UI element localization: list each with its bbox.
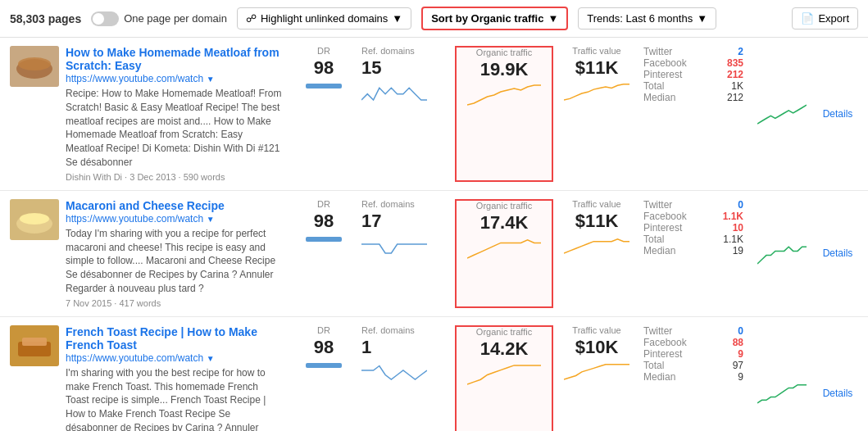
twitter-label: Twitter: [643, 325, 672, 337]
page-url[interactable]: https://www.youtube.com/watch: [66, 213, 203, 225]
page-description: Today I'm sharing with you a recipe for …: [66, 227, 283, 296]
export-label: Export: [818, 12, 849, 25]
ref-chart: [361, 79, 427, 104]
dr-value: 98: [314, 337, 334, 358]
pinterest-label: Pinterest: [643, 222, 682, 234]
organic-label: Organic traffic: [476, 201, 532, 211]
dr-value: 98: [314, 211, 334, 232]
organic-traffic-col: Organic traffic 19.9K: [455, 46, 553, 182]
ref-domains-label: Ref. domains: [361, 199, 415, 209]
traffic-value: $10K: [575, 337, 619, 358]
dr-col: DR 98: [296, 325, 352, 431]
one-page-toggle[interactable]: [91, 11, 119, 26]
social-stats-col: Twitter 2 Facebook 835 Pinterest 212 Tot…: [640, 46, 747, 182]
page-meta: 7 Nov 2015 · 417 words: [66, 298, 283, 308]
dr-bar: [306, 237, 342, 242]
details-col[interactable]: Details: [817, 199, 858, 308]
facebook-row: Facebook 835: [643, 57, 743, 69]
results-list: How to Make Homemade Meatloaf from Scrat…: [0, 38, 868, 431]
page-url[interactable]: https://www.youtube.com/watch: [66, 73, 203, 84]
total-label: Total: [643, 360, 664, 371]
page-title[interactable]: French Toast Recipe | How to Make French…: [66, 325, 257, 352]
traffic-value-label: Traffic value: [572, 325, 620, 335]
highlight-btn[interactable]: ☍ Highlight unlinked domains ▼: [237, 7, 411, 29]
pinterest-value: 10: [733, 222, 743, 234]
svg-point-5: [20, 213, 49, 225]
organic-traffic-col: Organic traffic 14.2K: [455, 325, 553, 431]
mini-chart: [467, 234, 541, 260]
traffic-value: $11K: [575, 57, 619, 79]
url-arrow-icon: ▼: [207, 75, 215, 84]
pinterest-label: Pinterest: [643, 69, 682, 80]
dr-col: DR 98: [296, 199, 352, 308]
traffic-chart: [564, 358, 629, 383]
content-col: French Toast Recipe | How to Make French…: [66, 325, 289, 431]
export-btn[interactable]: 📄 Export: [792, 7, 858, 29]
mini-chart: [361, 358, 427, 381]
page-title[interactable]: Macaroni and Cheese Recipe: [66, 199, 225, 212]
pinterest-value: 212: [727, 69, 743, 80]
mini-chart: [467, 80, 541, 107]
url-arrow-icon: ▼: [207, 215, 215, 224]
trend-col: [753, 46, 811, 182]
twitter-value: 0: [738, 199, 743, 211]
trend-chart-container: [757, 99, 807, 128]
total-label: Total: [643, 234, 664, 245]
url-arrow-icon: ▼: [207, 354, 215, 363]
total-row: Total 1.1K: [643, 234, 743, 245]
organic-value: 17.4K: [480, 212, 529, 234]
ref-domains-label: Ref. domains: [361, 325, 415, 335]
facebook-label: Facebook: [643, 211, 687, 222]
pages-count: 58,303 pages: [10, 12, 81, 25]
highlight-icon: ☍: [246, 12, 257, 25]
median-label: Median: [643, 92, 675, 103]
page-title[interactable]: How to Make Homemade Meatloaf from Scrat…: [66, 46, 279, 72]
dr-label: DR: [317, 199, 330, 209]
twitter-label: Twitter: [643, 199, 672, 211]
median-label: Median: [643, 245, 675, 256]
pinterest-row: Pinterest 9: [643, 348, 743, 360]
mini-chart: [361, 79, 427, 102]
dr-label: DR: [317, 46, 330, 56]
ref-chart: [361, 358, 427, 383]
details-label[interactable]: Details: [823, 388, 853, 399]
social-stats-col: Twitter 0 Facebook 88 Pinterest 9 Total …: [640, 325, 747, 431]
dr-col: DR 98: [296, 46, 352, 182]
organic-label: Organic traffic: [476, 327, 532, 337]
mini-chart: [361, 232, 427, 255]
details-label[interactable]: Details: [823, 108, 853, 120]
details-col[interactable]: Details: [817, 325, 858, 431]
details-col[interactable]: Details: [817, 46, 858, 182]
svg-point-2: [18, 57, 51, 70]
mini-chart: [564, 358, 629, 381]
details-label[interactable]: Details: [823, 247, 853, 259]
facebook-label: Facebook: [643, 57, 687, 69]
page-description: I'm sharing with you the best recipe for…: [66, 366, 283, 431]
ref-domains-value: 17: [361, 211, 381, 232]
twitter-value: 2: [738, 46, 743, 57]
median-value: 19: [733, 245, 743, 256]
page-url[interactable]: https://www.youtube.com/watch: [66, 352, 203, 364]
pinterest-row: Pinterest 212: [643, 69, 743, 80]
dr-label: DR: [317, 325, 330, 335]
total-row: Total 97: [643, 360, 743, 371]
highlight-chevron-icon: ▼: [392, 12, 402, 25]
facebook-row: Facebook 1.1K: [643, 211, 743, 222]
ref-domains-value: 1: [361, 337, 371, 358]
median-row: Median 19: [643, 245, 743, 256]
social-stats-col: Twitter 0 Facebook 1.1K Pinterest 10 Tot…: [640, 199, 747, 308]
ref-chart: [361, 232, 427, 257]
twitter-row: Twitter 2: [643, 46, 743, 57]
table-row: French Toast Recipe | How to Make French…: [0, 317, 868, 431]
trends-btn[interactable]: Trends: Last 6 months ▼: [578, 7, 716, 29]
organic-chart: [467, 234, 541, 262]
sort-btn[interactable]: Sort by Organic traffic ▼: [421, 7, 568, 30]
ref-domains-col: Ref. domains 1: [358, 325, 448, 431]
content-col: How to Make Homemade Meatloaf from Scrat…: [66, 46, 289, 182]
facebook-label: Facebook: [643, 337, 687, 348]
median-value: 9: [738, 371, 743, 383]
export-icon: 📄: [801, 12, 814, 25]
pinterest-label: Pinterest: [643, 348, 682, 360]
traffic-chart: [564, 232, 629, 257]
sort-chevron-icon: ▼: [548, 12, 558, 25]
